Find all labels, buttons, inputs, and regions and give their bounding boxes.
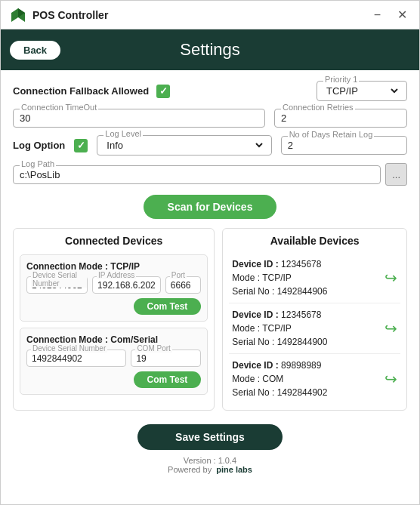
settings-content: Connection Fallback Allowed Priority 1 T… — [1, 70, 419, 504]
avail-2-connect-icon[interactable]: ↪ — [384, 370, 397, 388]
save-settings-button[interactable]: Save Settings — [137, 424, 283, 450]
tcpip-com-test-button[interactable]: Com Test — [134, 298, 202, 315]
timeout-input[interactable] — [20, 112, 258, 124]
priority-label: Priority 1 — [323, 75, 359, 84]
timeout-field-group: Connection TimeOut — [13, 109, 265, 128]
log-path-input[interactable] — [20, 169, 374, 180]
log-option-label: Log Option — [13, 140, 65, 151]
available-device-0-info: Device ID : 12345678 Mode : TCP/IP Seria… — [232, 257, 380, 298]
log-level-label: Log Level — [103, 129, 143, 138]
avail-2-id-label: Device ID : — [232, 360, 281, 371]
footer: Version : 1.0.4 Powered by pine labs — [13, 453, 407, 479]
available-devices-panel: Available Devices Device ID : 12345678 M… — [222, 228, 407, 411]
available-devices-list: Device ID : 12345678 Mode : TCP/IP Seria… — [229, 253, 400, 404]
connection-fallback-row: Connection Fallback Allowed Priority 1 T… — [13, 81, 407, 101]
available-device-1: Device ID : 12345678 Mode : TCP/IP Seria… — [229, 303, 400, 354]
avail-0-mode-value: TCP/IP — [262, 273, 292, 283]
tcpip-port-field: Port 6666 — [165, 276, 202, 294]
powered-by-text: Powered by pine labs — [13, 465, 407, 474]
avail-0-id-label: Device ID : — [232, 259, 281, 269]
avail-0-id-value: 12345678 — [281, 259, 321, 269]
retries-field-group: Connection Retries — [274, 109, 407, 128]
available-device-0: Device ID : 12345678 Mode : TCP/IP Seria… — [229, 253, 400, 303]
device-card-tcpip: Connection Mode : TCP/IP Device Serial N… — [20, 254, 208, 322]
tcpip-serial-field: Device Serial Number 1492844902 — [26, 276, 88, 294]
retries-label: Connection Retries — [281, 103, 355, 112]
comserial-fields: Device Serial Number 1492844902 COM Port… — [26, 349, 201, 367]
page-title: Settings — [180, 40, 240, 60]
available-devices-title: Available Devices — [229, 235, 400, 247]
log-level-select[interactable]: Info Debug Error — [103, 139, 264, 152]
avail-2-mode-value: COM — [262, 374, 283, 384]
tcpip-ip-label: IP Address — [97, 271, 136, 279]
minimize-button[interactable]: − — [371, 8, 384, 23]
avail-2-serial-value: 1492844902 — [277, 387, 328, 398]
comserial-serial-label: Device Serial Number — [31, 344, 107, 353]
avail-0-serial-value: 1492844906 — [277, 286, 328, 297]
comserial-comport-field: COM Port 19 — [131, 349, 201, 367]
connection-fallback-checkbox[interactable] — [156, 85, 170, 98]
available-device-2-info: Device ID : 89898989 Mode : COM Serial N… — [232, 359, 380, 399]
comserial-com-test-button[interactable]: Com Test — [134, 371, 202, 388]
priority-select[interactable]: TCP/IP COM — [323, 85, 400, 97]
comserial-comport-value: 19 — [136, 353, 146, 364]
log-level-field-group: Log Level Info Debug Error — [97, 135, 271, 156]
retries-input[interactable] — [281, 112, 400, 124]
available-device-1-info: Device ID : 12345678 Mode : TCP/IP Seria… — [232, 308, 380, 349]
days-retain-input[interactable] — [288, 140, 400, 151]
log-path-row: Log Path ... — [13, 163, 407, 186]
avail-0-connect-icon[interactable]: ↪ — [384, 269, 397, 287]
avail-1-serial-label: Serial No : — [232, 337, 276, 347]
connected-devices-panel: Connected Devices Connection Mode : TCP/… — [13, 228, 215, 411]
tcpip-port-label: Port — [170, 271, 187, 279]
scan-button-wrapper: Scan for Devices — [13, 195, 407, 219]
save-settings-wrapper: Save Settings — [13, 418, 407, 453]
avail-1-mode-label: Mode : — [232, 323, 262, 334]
avail-1-mode-value: TCP/IP — [262, 323, 292, 334]
avail-0-mode-label: Mode : — [232, 273, 262, 283]
titlebar: POS Controller − ✕ — [1, 1, 419, 29]
tcpip-port-value: 6666 — [171, 280, 191, 291]
avail-0-serial-label: Serial No : — [232, 286, 276, 297]
tcpip-ip-field: IP Address 192.168.6.202 — [92, 276, 161, 294]
browse-button[interactable]: ... — [385, 163, 407, 186]
tcpip-fields: Device Serial Number 1492844902 IP Addre… — [26, 276, 201, 294]
close-button[interactable]: ✕ — [394, 8, 410, 23]
comserial-serial-value: 1492844902 — [32, 353, 82, 364]
back-button[interactable]: Back — [10, 41, 60, 60]
devices-section: Connected Devices Connection Mode : TCP/… — [13, 228, 407, 411]
window: POS Controller − ✕ Back Settings Connect… — [0, 0, 420, 505]
tcpip-ip-value: 192.168.6.202 — [97, 280, 156, 291]
log-option-checkbox[interactable] — [74, 139, 88, 152]
avail-1-serial-value: 1492844900 — [277, 337, 328, 347]
days-retain-label: No of Days Retain Log — [288, 130, 375, 139]
avail-2-serial-label: Serial No : — [232, 387, 276, 398]
brand-label: pine labs — [216, 465, 252, 474]
app-logo — [10, 7, 26, 23]
available-device-2: Device ID : 89898989 Mode : COM Serial N… — [229, 354, 400, 404]
avail-1-connect-icon[interactable]: ↪ — [384, 319, 397, 337]
avail-1-id-value: 12345678 — [281, 309, 321, 320]
device-card-tcpip-title: Connection Mode : TCP/IP — [26, 261, 201, 272]
tcpip-serial-label: Device Serial Number — [31, 271, 87, 288]
window-controls: − ✕ — [371, 8, 410, 23]
scan-button[interactable]: Scan for Devices — [144, 195, 277, 219]
version-text: Version : 1.0.4 — [13, 456, 407, 465]
timeout-retries-row: Connection TimeOut Connection Retries — [13, 109, 407, 128]
comserial-comport-label: COM Port — [135, 344, 171, 353]
comserial-serial-field: Device Serial Number 1492844902 — [26, 349, 126, 367]
connected-devices-title: Connected Devices — [20, 235, 208, 247]
app-title: POS Controller — [32, 9, 371, 21]
fallback-left: Connection Fallback Allowed — [13, 85, 170, 98]
device-card-comserial-title: Connection Mode : Com/Serial — [26, 334, 201, 345]
log-option-row: Log Option Log Level Info Debug Error No… — [13, 135, 407, 156]
priority-group: Priority 1 TCP/IP COM — [317, 81, 407, 101]
device-card-comserial: Connection Mode : Com/Serial Device Seri… — [20, 328, 208, 395]
avail-2-id-value: 89898989 — [281, 360, 321, 371]
days-retain-field-group: No of Days Retain Log — [281, 136, 407, 155]
avail-1-id-label: Device ID : — [232, 309, 281, 320]
page-header: Back Settings — [1, 29, 419, 70]
tcpip-com-test-wrap: Com Test — [26, 298, 201, 315]
avail-2-mode-label: Mode : — [232, 374, 262, 384]
comserial-com-test-wrap: Com Test — [26, 371, 201, 388]
